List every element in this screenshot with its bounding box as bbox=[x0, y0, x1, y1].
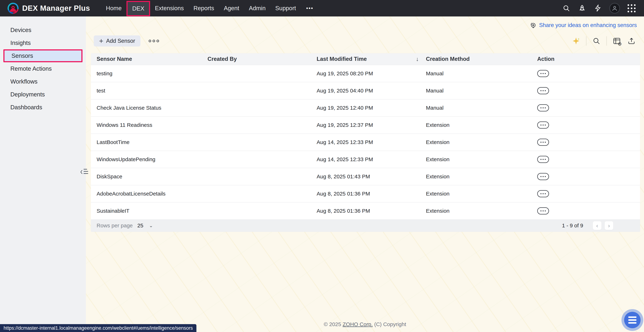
rocket-icon[interactable] bbox=[578, 4, 586, 12]
search-icon[interactable] bbox=[562, 4, 571, 12]
ai-sparkle-icon[interactable] bbox=[571, 36, 581, 46]
table-row[interactable]: Check Java License Status Aug 19, 2025 1… bbox=[91, 99, 640, 116]
link-preview-statusbar: https://dcmaster-internal1.localmanageen… bbox=[0, 324, 196, 332]
cell-creation-method: Manual bbox=[426, 70, 537, 76]
nav-item-agent[interactable]: Agent bbox=[219, 0, 244, 16]
nav-item-reports[interactable]: Reports bbox=[188, 0, 219, 16]
column-settings-icon[interactable]: ⚙ bbox=[612, 36, 622, 46]
col-header-created-by[interactable]: Created By bbox=[208, 56, 317, 62]
sensors-table: Sensor Name Created By Last Modified Tim… bbox=[91, 53, 640, 232]
table-row[interactable]: testing Aug 19, 2025 08:20 PM Manual bbox=[91, 65, 640, 82]
cell-last-modified: Aug 8, 2025 01:36 PM bbox=[317, 208, 426, 214]
rows-per-page-value[interactable]: 25 bbox=[138, 222, 143, 228]
export-icon[interactable] bbox=[627, 36, 636, 46]
rows-per-page[interactable]: Rows per page 25 ⌄ bbox=[96, 222, 153, 228]
cell-last-modified: Aug 14, 2025 12:33 PM bbox=[317, 139, 426, 145]
col-header-creation-method[interactable]: Creation Method bbox=[426, 56, 537, 62]
table-row[interactable]: LastBootTime Aug 14, 2025 12:33 PM Exten… bbox=[91, 134, 640, 150]
row-actions-icon[interactable] bbox=[537, 70, 549, 77]
cell-creation-method: Manual bbox=[426, 88, 537, 94]
cell-sensor-name: Check Java License Status bbox=[96, 105, 208, 111]
cell-last-modified: Aug 14, 2025 12:33 PM bbox=[317, 156, 426, 162]
cell-sensor-name: Windows 11 Readiness bbox=[96, 122, 208, 128]
table-row[interactable]: WindowsUpdatePending Aug 14, 2025 12:33 … bbox=[91, 150, 640, 168]
sidebar-item-remote-actions[interactable]: Remote Actions bbox=[0, 62, 86, 75]
table-row[interactable]: Windows 11 Readiness Aug 19, 2025 12:37 … bbox=[91, 116, 640, 134]
chat-menu-icon bbox=[624, 312, 640, 328]
row-actions-icon[interactable] bbox=[537, 122, 549, 128]
row-actions-icon[interactable] bbox=[537, 104, 549, 112]
table-row[interactable]: DiskSpace Aug 8, 2025 01:43 PM Extension bbox=[91, 168, 640, 185]
col-header-sensor-name[interactable]: Sensor Name bbox=[96, 56, 208, 62]
col-header-action: Action bbox=[537, 56, 640, 62]
share-ideas-link[interactable]: Share your ideas on enhancing sensors bbox=[530, 22, 637, 28]
cell-creation-method: Extension bbox=[426, 139, 537, 145]
rows-per-page-label: Rows per page bbox=[96, 222, 133, 228]
cell-sensor-name: DiskSpace bbox=[96, 174, 208, 180]
share-ideas-label[interactable]: Share your ideas on enhancing sensors bbox=[539, 22, 637, 28]
row-actions-icon[interactable] bbox=[537, 156, 549, 163]
sidebar: Devices Insights Sensors Remote Actions … bbox=[0, 16, 86, 332]
apps-grid-icon[interactable] bbox=[627, 4, 636, 12]
sidebar-item-sensors[interactable]: Sensors bbox=[4, 49, 82, 62]
add-sensor-button[interactable]: + Add Sensor bbox=[94, 36, 140, 46]
chevron-down-icon[interactable]: ⌄ bbox=[149, 223, 153, 228]
cell-last-modified: Aug 19, 2025 04:40 PM bbox=[317, 88, 426, 94]
cell-creation-method: Extension bbox=[426, 174, 537, 180]
table-row[interactable]: test Aug 19, 2025 04:40 PM Manual bbox=[91, 82, 640, 99]
cell-sensor-name: WindowsUpdatePending bbox=[96, 156, 208, 162]
zoho-corp-link[interactable]: ZOHO Corp. bbox=[342, 321, 373, 327]
brand: DEX Manager Plus bbox=[8, 3, 90, 14]
sidebar-item-insights[interactable]: Insights bbox=[0, 36, 86, 49]
row-actions-icon[interactable] bbox=[537, 190, 549, 197]
cell-creation-method: Extension bbox=[426, 208, 537, 214]
table-footer: Rows per page 25 ⌄ 1 - 9 of 9 ‹ › bbox=[91, 219, 640, 232]
idea-bulb-gear-icon bbox=[530, 22, 537, 28]
sidebar-item-workflows[interactable]: Workflows bbox=[0, 75, 86, 88]
cell-sensor-name: SustainableIT bbox=[96, 208, 208, 214]
nav-item-extensions[interactable]: Extensions bbox=[150, 0, 188, 16]
nav-item-home[interactable]: Home bbox=[101, 0, 126, 16]
cell-sensor-name: test bbox=[96, 88, 208, 94]
nav-item-admin[interactable]: Admin bbox=[244, 0, 270, 16]
main-nav: Home DEX Extensions Reports Agent Admin … bbox=[101, 0, 319, 16]
cell-last-modified: Aug 8, 2025 01:36 PM bbox=[317, 191, 426, 197]
prev-page-button[interactable]: ‹ bbox=[593, 221, 602, 230]
pagination-range: 1 - 9 of 9 bbox=[562, 222, 583, 228]
next-page-button[interactable]: › bbox=[605, 221, 613, 230]
chat-help-button[interactable] bbox=[622, 309, 643, 331]
nav-overflow-menu[interactable]: ••• bbox=[301, 5, 319, 11]
nav-item-support[interactable]: Support bbox=[270, 0, 301, 16]
more-options-icon[interactable] bbox=[149, 40, 159, 42]
gear-icon: ⚙ bbox=[618, 42, 622, 46]
row-actions-icon[interactable] bbox=[537, 173, 549, 180]
sidebar-item-deployments[interactable]: Deployments bbox=[0, 88, 86, 101]
col-header-last-modified[interactable]: Last Modified Time ↓ bbox=[317, 56, 426, 62]
cell-creation-method: Manual bbox=[426, 105, 537, 111]
nav-right-icons bbox=[562, 3, 644, 14]
row-actions-icon[interactable] bbox=[537, 139, 549, 146]
sort-desc-icon[interactable]: ↓ bbox=[416, 56, 419, 62]
lightning-icon[interactable] bbox=[594, 4, 602, 12]
cell-creation-method: Extension bbox=[426, 156, 537, 162]
cell-sensor-name: AdobeAcrobatLicenseDetails bbox=[96, 191, 208, 197]
table-toolbar: + Add Sensor bbox=[86, 35, 644, 47]
cell-last-modified: Aug 19, 2025 12:37 PM bbox=[317, 122, 426, 128]
sidebar-item-devices[interactable]: Devices bbox=[0, 24, 86, 36]
top-navbar: DEX Manager Plus Home DEX Extensions Rep… bbox=[0, 0, 644, 16]
cell-sensor-name: testing bbox=[96, 70, 208, 76]
row-actions-icon[interactable] bbox=[537, 87, 549, 94]
main-content: Share your ideas on enhancing sensors + … bbox=[86, 16, 644, 332]
sidebar-collapse-icon[interactable]: ‹ bbox=[80, 168, 88, 175]
user-avatar[interactable] bbox=[609, 3, 620, 14]
table-search-icon[interactable] bbox=[592, 36, 601, 46]
cell-creation-method: Extension bbox=[426, 122, 537, 128]
nav-item-dex[interactable]: DEX bbox=[126, 1, 150, 16]
table-row[interactable]: SustainableIT Aug 8, 2025 01:36 PM Exten… bbox=[91, 202, 640, 219]
sidebar-item-dashboards[interactable]: Dashboards bbox=[0, 101, 86, 114]
row-actions-icon[interactable] bbox=[537, 207, 549, 214]
app-logo-icon bbox=[8, 3, 18, 14]
cell-creation-method: Extension bbox=[426, 191, 537, 197]
toolbar-divider bbox=[586, 36, 586, 46]
table-row[interactable]: AdobeAcrobatLicenseDetails Aug 8, 2025 0… bbox=[91, 185, 640, 202]
